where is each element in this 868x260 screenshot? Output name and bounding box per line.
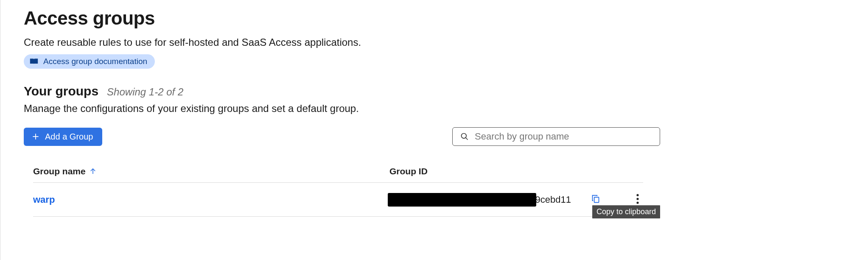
group-id-suffix: 9cebd11 xyxy=(535,194,571,205)
redacted-id-prefix xyxy=(388,193,536,207)
toolbar: Add a Group xyxy=(24,127,847,146)
section-title: Your groups xyxy=(24,84,98,98)
search-input[interactable] xyxy=(475,131,652,142)
documentation-link-label: Access group documentation xyxy=(43,57,147,66)
more-vertical-icon xyxy=(636,194,639,204)
svg-point-6 xyxy=(636,194,638,196)
page-description: Create reusable rules to use for self-ho… xyxy=(24,36,847,48)
page-title: Access groups xyxy=(24,8,847,29)
table-row: warp 9cebd11 Copy to clipboard xyxy=(33,183,643,217)
table-header-row: Group name Group ID xyxy=(33,166,643,183)
column-header-id[interactable]: Group ID xyxy=(389,166,643,176)
search-field[interactable] xyxy=(452,127,660,146)
svg-line-3 xyxy=(466,138,468,140)
section-description: Manage the configurations of your existi… xyxy=(24,103,847,115)
group-name-link[interactable]: warp xyxy=(33,194,388,205)
group-id-value: 9cebd11 xyxy=(388,193,571,207)
svg-point-2 xyxy=(462,134,467,139)
row-more-button[interactable] xyxy=(635,192,643,207)
copy-icon xyxy=(591,194,600,204)
copy-tooltip: Copy to clipboard xyxy=(592,205,660,218)
documentation-link[interactable]: Access group documentation xyxy=(24,54,155,69)
svg-point-8 xyxy=(636,201,638,204)
sort-ascending-icon xyxy=(89,168,97,175)
add-group-label: Add a Group xyxy=(45,132,93,142)
section-header: Your groups Showing 1-2 of 2 xyxy=(24,84,847,98)
svg-rect-5 xyxy=(594,197,599,203)
svg-point-7 xyxy=(636,198,638,200)
column-header-name-label: Group name xyxy=(33,166,86,176)
plus-icon xyxy=(31,132,40,141)
search-icon xyxy=(460,132,469,141)
add-group-button[interactable]: Add a Group xyxy=(24,128,102,146)
copy-id-button[interactable]: Copy to clipboard xyxy=(590,193,602,207)
section-count: Showing 1-2 of 2 xyxy=(107,86,183,98)
column-header-id-label: Group ID xyxy=(389,166,428,176)
column-header-name[interactable]: Group name xyxy=(33,166,389,176)
book-icon xyxy=(30,58,38,65)
groups-table: Group name Group ID warp 9cebd11 xyxy=(24,166,847,217)
row-actions: Copy to clipboard xyxy=(577,192,643,207)
group-id-cell: 9cebd11 Copy to clipboard xyxy=(388,192,643,207)
